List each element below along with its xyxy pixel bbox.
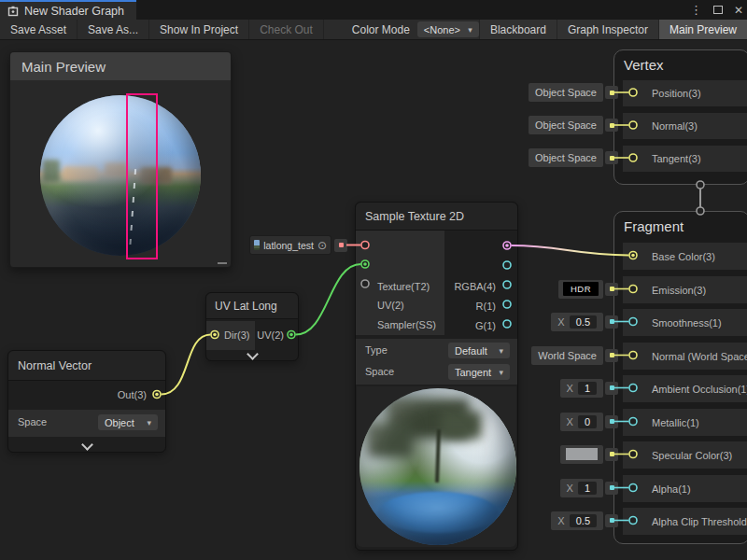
texture-port-stub[interactable] <box>334 239 347 252</box>
normal-space-control[interactable]: World Space <box>531 346 618 365</box>
fragment-row-normal-world[interactable]: Normal (World Space)(3) <box>623 343 747 370</box>
main-preview-panel[interactable]: Main Preview <box>9 51 232 268</box>
alpha-clip-default-control[interactable]: X0.5 <box>551 511 618 530</box>
texture-asset-name: latlong_test <box>263 240 314 251</box>
fragment-row-ambient-occlusion[interactable]: Ambient Occlusion(1) <box>623 375 747 402</box>
metallic-value-field[interactable]: 0 <box>578 415 597 428</box>
out-output-label: Out(3) <box>118 389 147 400</box>
tangent-port-stub[interactable] <box>605 151 618 164</box>
specular-color-control[interactable] <box>560 445 618 464</box>
color-mode-value: <None> <box>424 24 460 35</box>
space-label: Space <box>365 366 394 377</box>
shader-graph-window: New Shader Graph ⋮ ✕ Save Asset Save As.… <box>0 0 747 560</box>
vertex-block-title: Vertex <box>614 50 747 73</box>
normal-default-control[interactable]: Object Space <box>529 116 618 134</box>
emission-default-control[interactable]: HDR <box>558 280 618 299</box>
close-icon[interactable]: ✕ <box>734 5 743 16</box>
object-picker-icon[interactable]: ⊙ <box>317 240 327 251</box>
ambient-occlusion-default-control[interactable]: X1 <box>560 379 618 398</box>
main-preview-header[interactable]: Main Preview <box>10 52 231 80</box>
output-rgba-label: RGBA(4) <box>454 281 496 292</box>
position-port-stub[interactable] <box>605 86 618 99</box>
input-sampler-label: Sampler(SS) <box>377 319 436 330</box>
vertex-row-tangent[interactable]: Tangent(3) <box>623 146 747 172</box>
normal-port-stub[interactable] <box>605 119 618 132</box>
alpha-clip-value-field[interactable]: 0.5 <box>570 514 597 527</box>
fragment-row-metallic[interactable]: Metallic(1) <box>623 409 747 436</box>
selection-rectangle <box>126 93 158 259</box>
texture-asset-field[interactable]: latlong_test ⊙ <box>249 235 331 255</box>
graph-inspector-toggle[interactable]: Graph Inspector <box>557 20 658 39</box>
smoothness-default-control[interactable]: X0.5 <box>551 313 618 331</box>
color-mode-label: Color Mode <box>324 20 417 39</box>
fragment-block-title: Fragment <box>614 212 747 234</box>
title-bar: New Shader Graph ⋮ ✕ <box>0 0 747 20</box>
output-r-label: R(1) <box>476 301 496 312</box>
vertex-row-position[interactable]: Position(3) <box>623 80 747 106</box>
uv-lat-long-node[interactable]: UV Lat Long Dir(3) UV(2) <box>205 292 299 361</box>
space-dropdown[interactable]: Tangent ▾ <box>448 364 510 380</box>
blackboard-toggle[interactable]: Blackboard <box>479 20 557 39</box>
save-asset-button[interactable]: Save Asset <box>0 20 78 39</box>
sample-texture-2d-title: Sample Texture 2D <box>356 203 517 231</box>
nv-space-label: Space <box>18 416 47 427</box>
input-uv-label: UV(2) <box>377 300 404 311</box>
tab-new-shader-graph[interactable]: New Shader Graph <box>0 0 136 20</box>
vertex-row-normal[interactable]: Normal(3) <box>623 113 747 139</box>
maximize-icon[interactable] <box>713 6 723 14</box>
normal-vector-node[interactable]: Normal Vector Out(3) Space Object ▾ <box>7 350 166 453</box>
type-label: Type <box>365 344 388 356</box>
input-texture-label: Texture(T2) <box>377 281 430 292</box>
check-out-button: Check Out <box>249 20 324 39</box>
fragment-row-specular-color[interactable]: Specular Color(3) <box>623 441 747 469</box>
alpha-value-field[interactable]: 1 <box>578 482 597 495</box>
tab-title: New Shader Graph <box>24 5 124 18</box>
sample-texture-2d-node[interactable]: Sample Texture 2D Texture(T2) UV(2) Samp… <box>355 202 518 551</box>
fragment-row-emission[interactable]: Emission(3) <box>623 276 747 303</box>
wire-uv-to-uv[interactable] <box>296 264 361 335</box>
output-g-label: G(1) <box>475 320 496 331</box>
nv-space-dropdown[interactable]: Object ▾ <box>98 414 158 430</box>
texture-preview-sphere <box>359 388 516 545</box>
fragment-row-base-color[interactable]: Base Color(3) <box>623 243 747 270</box>
vertex-block[interactable]: Vertex Position(3) Normal(3) Tangent(3) <box>613 49 747 185</box>
window-menu-icon[interactable]: ⋮ <box>690 4 702 16</box>
normal-vector-title: Normal Vector <box>8 351 165 381</box>
main-preview-sphere <box>40 95 201 256</box>
panel-resize-handle[interactable] <box>218 262 227 264</box>
fragment-block[interactable]: Fragment Base Color(3) Emission(3) Smoot… <box>613 211 747 544</box>
alpha-default-control[interactable]: X1 <box>560 479 618 497</box>
position-default-control[interactable]: Object Space <box>529 83 618 102</box>
fragment-row-alpha-clip[interactable]: Alpha Clip Threshold(1) <box>623 508 747 535</box>
fragment-row-alpha[interactable]: Alpha(1) <box>623 475 747 502</box>
fragment-row-smoothness[interactable]: Smoothness(1) <box>623 309 747 336</box>
chevron-down-icon: ▾ <box>460 25 472 35</box>
dir-input-label: Dir(3) <box>224 329 250 341</box>
smoothness-value-field[interactable]: 0.5 <box>570 315 597 329</box>
uv-lat-long-title: UV Lat Long <box>206 293 298 319</box>
collapse-chevron-icon[interactable] <box>81 439 93 451</box>
main-preview-title: Main Preview <box>21 59 106 75</box>
graph-canvas[interactable]: Main Preview Vertex Position(3) <box>0 40 747 560</box>
collapse-chevron-icon[interactable] <box>247 348 259 360</box>
chevron-down-icon: ▾ <box>491 346 503 356</box>
shader-graph-icon <box>7 6 19 17</box>
specular-color-swatch[interactable] <box>566 448 598 460</box>
toolbar: Save Asset Save As... Show In Project Ch… <box>0 20 747 40</box>
save-as-button[interactable]: Save As... <box>78 20 149 39</box>
tangent-default-control[interactable]: Object Space <box>529 148 618 167</box>
color-mode-dropdown[interactable]: <None> ▾ <box>417 21 479 37</box>
main-preview-toggle[interactable]: Main Preview <box>658 20 747 39</box>
hdr-color-field[interactable]: HDR <box>563 282 599 296</box>
metallic-default-control[interactable]: X0 <box>560 413 618 431</box>
uv-output-label: UV(2) <box>257 329 284 341</box>
wire-out-to-dir[interactable] <box>162 335 211 395</box>
ao-value-field[interactable]: 1 <box>578 382 597 395</box>
texture-preview-area <box>357 386 516 547</box>
type-dropdown[interactable]: Default ▾ <box>448 343 510 358</box>
chevron-down-icon: ▾ <box>139 418 151 427</box>
texture-thumbnail <box>254 240 260 250</box>
wire-rgba-to-base-color[interactable] <box>512 245 629 256</box>
chevron-down-icon: ▾ <box>491 368 503 377</box>
show-in-project-button[interactable]: Show In Project <box>149 20 249 39</box>
